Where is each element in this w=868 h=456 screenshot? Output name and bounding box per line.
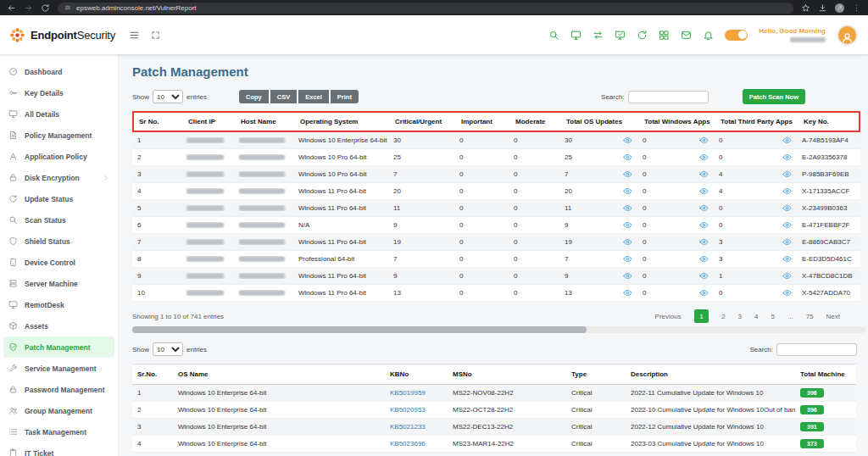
view-details-eye-icon[interactable] [782,237,792,247]
table1-header-client-ip[interactable]: Client IP [183,113,236,131]
sidebar-item-service-management[interactable]: Service Management [0,358,118,379]
table1-header-moderate[interactable]: Moderate [510,113,561,131]
sidebar-item-assets[interactable]: Assets [0,315,118,336]
table1-header-total-third-party-apps[interactable]: Total Third Party Apps [715,113,798,131]
menu-dots-icon[interactable] [852,3,861,13]
table1-header-key-no[interactable]: Key No. [798,113,862,131]
view-details-eye-icon[interactable] [782,203,792,213]
download-icon[interactable] [818,3,827,13]
view-details-eye-icon[interactable] [782,220,792,230]
view-details-eye-icon[interactable] [699,254,709,264]
kb-link[interactable]: KB5020953 [385,406,448,414]
view-details-eye-icon[interactable] [623,186,632,196]
sidebar-item-device-control[interactable]: Device Control [0,252,118,273]
page-size-select-2[interactable]: 10 [153,342,183,356]
table1-header-total-windows-apps[interactable]: Total Windows Apps [639,113,715,131]
view-details-eye-icon[interactable] [623,254,632,264]
view-details-eye-icon[interactable] [623,153,632,162]
brand-logo[interactable]: EndpointSecurity [0,26,119,44]
view-details-eye-icon[interactable] [699,237,709,247]
sync-arrows-icon[interactable] [593,30,604,41]
monitor-check-icon[interactable] [615,30,626,41]
fullscreen-icon[interactable] [151,31,160,40]
sidebar-item-scan-status[interactable]: Scan Status [0,209,118,231]
sidebar-item-shield-status[interactable]: Shield Status [0,231,118,252]
scrollbar-thumb[interactable] [132,326,587,333]
table2-header-total-machine[interactable]: Total Machine [795,364,856,384]
sidebar-item-server-machine[interactable]: Server Machine [0,273,118,294]
table2-header-kbno[interactable]: KBNo [385,364,448,384]
sidebar-item-all-details[interactable]: All Details [0,103,118,125]
table2-header-type[interactable]: Type [566,364,626,384]
copy-button[interactable]: Copy [239,90,269,103]
table1-header-host-name[interactable]: Host Name [236,113,295,131]
view-details-eye-icon[interactable] [623,136,632,145]
sidebar-item-key-details[interactable]: Key Details [0,82,118,103]
pagination-page-2[interactable]: 2 [721,313,725,320]
kb-link[interactable]: KB5021233 [385,423,448,431]
view-details-eye-icon[interactable] [623,170,632,179]
view-details-eye-icon[interactable] [623,220,632,230]
forward-icon[interactable] [24,3,33,13]
kb-link[interactable]: KB5023696 [385,440,448,448]
table1-header-sr-no[interactable]: Sr No. [134,113,183,131]
page-size-select[interactable]: 10 [153,90,183,103]
print-button[interactable]: Print [331,90,359,103]
sidebar-item-it-ticket[interactable]: IT Ticket [0,442,118,456]
view-details-eye-icon[interactable] [782,136,792,145]
view-details-eye-icon[interactable] [782,254,792,264]
sidebar-item-patch-management[interactable]: Patch Management [3,336,114,358]
notifications-bell-icon[interactable] [703,30,714,41]
sidebar-item-password-management[interactable]: Password Management [0,379,118,400]
mail-icon[interactable] [681,30,692,41]
apps-grid-icon[interactable] [659,30,670,41]
view-details-eye-icon[interactable] [623,288,632,298]
view-details-eye-icon[interactable] [782,170,792,179]
table1-search-input[interactable] [628,91,709,103]
view-details-eye-icon[interactable] [699,170,709,179]
reload-icon[interactable] [41,3,50,13]
horizontal-scrollbar[interactable] [132,326,865,333]
sidebar-item-remotdesk[interactable]: RemotDesk [0,294,118,315]
back-icon[interactable] [7,3,16,13]
view-details-eye-icon[interactable] [699,136,709,145]
table1-header-operating-system[interactable]: Operating System [295,113,390,131]
view-details-eye-icon[interactable] [699,288,709,298]
table1-header-important[interactable]: Important [456,113,510,131]
theme-toggle[interactable] [725,30,748,41]
table2-header-description[interactable]: Description [626,364,795,384]
kb-link[interactable]: KB5019959 [385,389,448,397]
view-details-eye-icon[interactable] [782,186,792,196]
table1-header-total-os-updates[interactable]: Total OS Updates [561,113,639,131]
view-details-eye-icon[interactable] [623,203,632,213]
pagination-page-5[interactable]: 5 [771,313,775,320]
sidebar-item-task-management[interactable]: Task Management [0,421,118,442]
sidebar-item-disk-encryption[interactable]: Disk Encryption [0,167,118,188]
site-settings-icon[interactable] [64,4,71,11]
profile-icon[interactable] [835,3,844,13]
patch-scan-now-button[interactable]: Patch Scan Now [743,89,805,104]
table2-header-msno[interactable]: MSNo [448,364,566,384]
pagination-previous[interactable]: Previous [655,313,682,320]
view-details-eye-icon[interactable] [782,288,792,298]
excel-button[interactable]: Excel [298,90,329,103]
table1-header-critical-urgent[interactable]: Critical/Urgent [390,113,456,131]
sidebar-item-update-status[interactable]: Update Status [0,188,118,209]
address-bar[interactable]: epsweb.adminconsole.net/VulnerReport [58,3,793,14]
sidebar-item-policy-management[interactable]: Policy Management [0,125,118,146]
sidebar-item-dashboard[interactable]: Dashboard [0,61,118,82]
refresh-icon[interactable] [637,30,648,41]
user-avatar[interactable] [837,25,858,46]
table2-header-os-name[interactable]: OS Name [173,364,385,384]
pagination-page-3[interactable]: 3 [738,313,742,320]
csv-button[interactable]: CSV [270,90,297,103]
hamburger-menu-icon[interactable] [129,30,140,41]
view-details-eye-icon[interactable] [699,271,709,281]
view-details-eye-icon[interactable] [699,220,709,230]
pagination-page-4[interactable]: 4 [754,313,758,320]
pagination-next[interactable]: Next [826,313,840,320]
table2-search-input[interactable] [776,343,857,356]
view-details-eye-icon[interactable] [699,153,709,162]
view-details-eye-icon[interactable] [699,203,709,213]
view-details-eye-icon[interactable] [782,153,792,162]
